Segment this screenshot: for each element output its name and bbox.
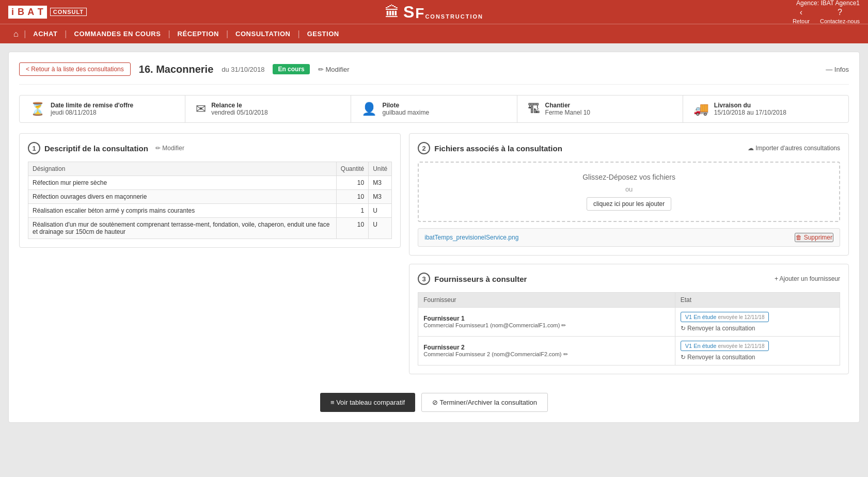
bottom-actions: ≡ Voir tableau comparatif ⊘ Terminer/Arc… [19, 393, 849, 412]
building-icon: 🏛 [385, 4, 399, 21]
main-content: < Retour à la liste des consultations 16… [0, 43, 868, 431]
logo-consult: CONSULT [50, 8, 87, 16]
contact-button[interactable]: ? Contactez-nous [820, 8, 860, 24]
nav-consultation[interactable]: CONSULTATION [228, 24, 297, 44]
section2-header: 2 Fichiers associés à la consultation ☁ … [418, 142, 840, 154]
question-icon: ? [838, 8, 842, 17]
page-header: < Retour à la liste des consultations 16… [19, 62, 849, 85]
hourglass-icon: ⏳ [30, 102, 45, 116]
info-relance: ✉ Relance le vendredi 05/10/2018 [185, 96, 351, 122]
archive-btn[interactable]: ⊘ Terminer/Archiver la consultation [421, 393, 548, 412]
agence-label: Agence: IBAT Agence1 [796, 0, 860, 7]
section3-title: 3 Fournisseurs à consulter [418, 273, 775, 285]
delete-file-btn[interactable]: 🗑 Supprimer [795, 233, 833, 242]
supplier-name-cell: Fournisseur 2 Commercial Fournisseur 2 (… [418, 337, 675, 365]
page-modifier-link[interactable]: ✏ Modifier [318, 66, 350, 73]
truck-icon: 🚚 [693, 102, 709, 116]
unite-cell: U [369, 218, 392, 239]
pilote-icon: 👤 [361, 102, 377, 116]
livraison-value: 15/10/2018 au 17/10/2018 [714, 109, 786, 116]
table-row: Réfection ouvrages divers en maçonnerie … [28, 190, 392, 204]
designation-cell: Réalisation d'un mur de soutènement comp… [28, 218, 337, 239]
import-link[interactable]: ☁ Importer d'autres consultations [748, 145, 840, 152]
date-limite-label: Date limite de remise d'offre [51, 102, 133, 109]
home-icon: ⌂ [13, 29, 19, 39]
quantite-cell: 10 [336, 190, 368, 204]
nav-bar: ⌂ | ACHAT | COMMANDES EN COURS | RÉCEPTI… [0, 24, 868, 43]
retour-button[interactable]: ‹ Retour [793, 8, 810, 24]
date-limite-value: jeudi 08/11/2018 [51, 109, 133, 116]
drop-text: Glissez-Déposez vos fichiers [429, 173, 829, 181]
status-studying: V1 En étude envoyée le 12/11/18 [681, 341, 769, 351]
unite-cell: U [369, 204, 392, 218]
table-row: Réalisation escalier béton armé y compri… [28, 204, 392, 218]
header-right: Agence: IBAT Agence1 ‹ Retour ? Contacte… [793, 0, 860, 24]
header-top: i B A T CONSULT 🏛 SF CONSTRUCTION Agence… [0, 0, 868, 24]
relance-label: Relance le [211, 102, 267, 109]
col-right: 2 Fichiers associés à la consultation ☁ … [409, 133, 849, 383]
section2-title: 2 Fichiers associés à la consultation [418, 142, 748, 154]
table-row: Réfection mur pierre sèche 10 M3 [28, 176, 392, 190]
table-row: Réalisation d'un mur de soutènement comp… [28, 218, 392, 239]
section-fournisseurs: 3 Fournisseurs à consulter + Ajouter un … [409, 264, 849, 374]
designation-cell: Réfection ouvrages divers en maçonnerie [28, 190, 337, 204]
chantier-label: Chantier [545, 102, 590, 109]
nav-home[interactable]: ⌂ [8, 24, 24, 44]
chantier-icon: 🏗 [528, 102, 540, 116]
resend-link[interactable]: ↻ Renvoyer la consultation [681, 325, 834, 332]
col-quantite: Quantité [336, 162, 368, 176]
header-center: 🏛 SF CONSTRUCTION [385, 3, 483, 22]
pilote-value: guilbaud maxime [382, 109, 429, 116]
info-chantier: 🏗 Chantier Ferme Manel 10 [517, 96, 683, 122]
quantite-cell: 10 [336, 176, 368, 190]
resend-link[interactable]: ↻ Renvoyer la consultation [681, 354, 834, 361]
status-studying: V1 En étude envoyée le 12/11/18 [681, 312, 769, 322]
supplier-row: Fournisseur 2 Commercial Fournisseur 2 (… [418, 337, 840, 365]
unite-cell: M3 [369, 176, 392, 190]
page-card: < Retour à la liste des consultations 16… [8, 52, 860, 423]
supplier-email: Commercial Fournisseur 2 (nom@Commercial… [423, 351, 670, 358]
unite-cell: M3 [369, 190, 392, 204]
supplier-col-etat: Etat [675, 293, 840, 308]
supplier-status-cell: V1 En étude envoyée le 12/11/18 ↻ Renvoy… [675, 337, 840, 365]
supplier-name-cell: Fournisseur 1 Commercial Fournisseur1 (n… [418, 308, 675, 337]
quantite-cell: 1 [336, 204, 368, 218]
col-designation: Désignation [28, 162, 337, 176]
col-unite: Unité [369, 162, 392, 176]
back-btn[interactable]: < Retour à la liste des consultations [19, 62, 131, 76]
nav-achat[interactable]: ACHAT [26, 24, 65, 44]
supplier-status-cell: V1 En étude envoyée le 12/11/18 ↻ Renvoy… [675, 308, 840, 337]
info-pilote: 👤 Pilote guilbaud maxime [351, 96, 517, 122]
nav-gestion[interactable]: GESTION [300, 24, 346, 44]
nav-reception[interactable]: RÉCEPTION [170, 24, 226, 44]
quantite-cell: 10 [336, 218, 368, 239]
status-badge: En cours [273, 64, 309, 74]
add-supplier-btn[interactable]: + Ajouter un fournisseur [775, 275, 840, 282]
ou-text: ou [429, 185, 829, 193]
logo-area: i B A T CONSULT [8, 6, 87, 19]
supplier-name: Fournisseur 2 [423, 344, 670, 351]
chantier-value: Ferme Manel 10 [545, 109, 590, 116]
col-left: 1 Descriptif de la consultation ✏ Modifi… [19, 133, 401, 383]
page-title: 16. Maconnerie [139, 63, 214, 75]
section1-modifier[interactable]: ✏ Modifier [155, 145, 184, 152]
file-row: ibatTemps_previsionelService.png 🗑 Suppr… [418, 228, 840, 247]
section3-header: 3 Fournisseurs à consulter + Ajouter un … [418, 273, 840, 285]
supplier-row: Fournisseur 1 Commercial Fournisseur1 (n… [418, 308, 840, 337]
logo-ibat: i B A T [8, 6, 47, 19]
infos-link[interactable]: — Infos [826, 66, 849, 73]
click-add-btn[interactable]: cliquez ici pour les ajouter [587, 197, 671, 211]
pilote-label: Pilote [382, 102, 429, 109]
sf-logo: SF CONSTRUCTION [403, 3, 483, 22]
section-fichiers: 2 Fichiers associés à la consultation ☁ … [409, 133, 849, 256]
relance-value: vendredi 05/10/2018 [211, 109, 267, 116]
two-col: 1 Descriptif de la consultation ✏ Modifi… [19, 133, 849, 383]
compare-btn[interactable]: ≡ Voir tableau comparatif [320, 393, 415, 412]
nav-commandes[interactable]: COMMANDES EN COURS [67, 24, 168, 44]
supplier-email: Commercial Fournisseur1 (nom@CommercialF… [423, 322, 670, 329]
drop-zone[interactable]: Glissez-Déposez vos fichiers ou cliquez … [418, 162, 840, 222]
suppliers-table: Fournisseur Etat Fournisseur 1 Commercia… [418, 292, 840, 365]
desc-table: Désignation Quantité Unité Réfection mur… [28, 162, 392, 239]
file-name: ibatTemps_previsionelService.png [424, 234, 518, 241]
designation-cell: Réalisation escalier béton armé y compri… [28, 204, 337, 218]
